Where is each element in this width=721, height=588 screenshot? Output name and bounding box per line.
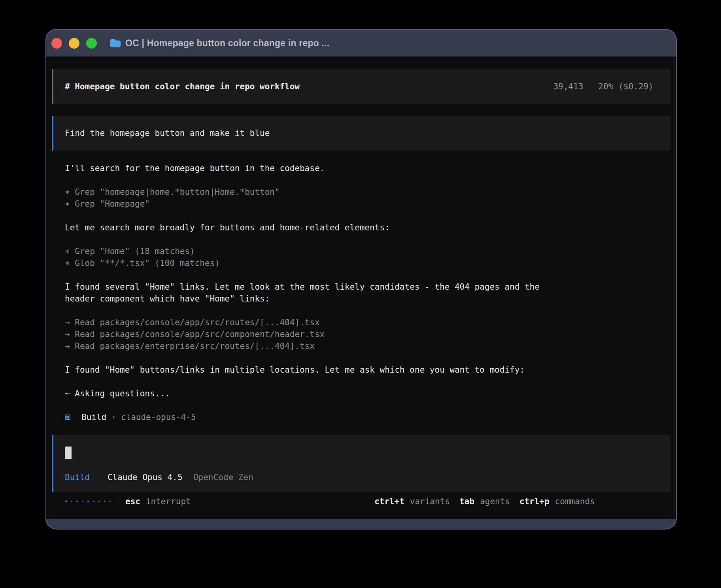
shortcut-key: tab	[459, 497, 474, 506]
shortcut-key: ctrl+p	[519, 497, 549, 506]
spinner-dot	[93, 501, 94, 502]
input-status-row: Build Claude Opus 4.5 OpenCode Zen	[65, 471, 659, 483]
session-header: # Homepage button color change in repo w…	[52, 69, 670, 104]
window-title: OC | Homepage button color change in rep…	[125, 38, 329, 49]
minimize-button[interactable]	[69, 38, 79, 49]
tool-call-line: ∗ Grep "homepage|home.*button|Home.*butt…	[65, 186, 573, 198]
esc-label: interrupt	[146, 496, 191, 507]
tool-call-group: → Read packages/console/app/src/routes/[…	[65, 317, 573, 352]
token-stats: 39,41320%($0.29)	[553, 81, 653, 92]
tool-call-line: ∗ Glob "**/*.tsx" (100 matches)	[65, 257, 573, 269]
assistant-text: I found "Home" buttons/links in multiple…	[65, 364, 573, 376]
spinner-dot	[87, 501, 89, 502]
user-message: Find the homepage button and make it blu…	[52, 116, 670, 151]
status-separator: ·	[111, 411, 116, 423]
spinner-dot	[76, 501, 78, 502]
assistant-text: I'll search for the homepage button in t…	[65, 162, 573, 174]
tool-call-line: → Read packages/enterprise/src/routes/[.…	[65, 340, 573, 352]
input-agent-badge: Build	[65, 473, 90, 482]
terminal-window: OC | Homepage button color change in rep…	[46, 30, 676, 529]
spinner-dot	[109, 501, 111, 502]
status-line: Build · claude-opus-4-5	[65, 411, 676, 423]
spinner-dot	[71, 501, 72, 502]
footer-shortcuts: ctrl+tvariantstabagentsctrl+pcommands	[374, 496, 595, 507]
agent-icon	[65, 415, 70, 420]
model-id: claude-opus-4-5	[121, 411, 196, 423]
shortcut-key: ctrl+t	[374, 497, 404, 506]
tool-call-line: ∗ Grep "Homepage"	[65, 198, 573, 210]
assistant-text: ~ Asking questions...	[65, 388, 573, 400]
shortcut-label: commands	[555, 497, 595, 506]
titlebar: OC | Homepage button color change in rep…	[46, 30, 676, 57]
spinner-dots	[65, 501, 111, 502]
folder-icon	[110, 38, 121, 48]
close-button[interactable]	[51, 38, 62, 49]
esc-key: esc	[125, 496, 140, 507]
shortcut-agents: tabagents	[459, 496, 510, 507]
spinner-dot	[98, 501, 100, 502]
spinner-dot	[104, 501, 106, 502]
agent-name: Build	[81, 411, 106, 423]
spinner-dot	[82, 501, 83, 502]
input-model-name: Claude Opus 4.5	[108, 473, 183, 482]
shortcut-label: agents	[480, 497, 510, 506]
tool-call-line: ∗ Grep "Home" (18 matches)	[65, 245, 573, 257]
footer-left: esc interrupt	[65, 496, 191, 507]
terminal-content: # Homepage button color change in repo w…	[46, 57, 676, 519]
tool-call-group: ∗ Grep "homepage|home.*button|Home.*butt…	[65, 186, 573, 210]
conversation: I'll search for the homepage button in t…	[65, 162, 573, 400]
input-provider-name: OpenCode Zen	[193, 473, 253, 482]
tool-call-line: → Read packages/console/app/src/componen…	[65, 328, 573, 340]
assistant-text: I found several "Home" links. Let me loo…	[65, 281, 573, 305]
shortcut-label: variants	[410, 497, 450, 506]
tokens-count: 39,413	[553, 82, 583, 91]
tool-call-line: → Read packages/console/app/src/routes/[…	[65, 317, 573, 328]
shortcut-commands: ctrl+pcommands	[519, 496, 595, 507]
context-percent: 20%	[598, 82, 613, 91]
tool-call-group: ∗ Grep "Home" (18 matches)∗ Glob "**/*.t…	[65, 245, 573, 269]
footer: esc interrupt ctrl+tvariantstabagentsctr…	[65, 496, 595, 507]
spinner-dot	[65, 501, 67, 502]
zoom-button[interactable]	[86, 38, 97, 49]
shortcut-variants: ctrl+tvariants	[374, 496, 450, 507]
session-title: # Homepage button color change in repo w…	[65, 81, 300, 92]
prompt-input[interactable]: Build Claude Opus 4.5 OpenCode Zen	[52, 435, 670, 492]
assistant-text: Let me search more broadly for buttons a…	[65, 222, 573, 234]
text-cursor	[65, 447, 72, 459]
session-cost: ($0.29)	[618, 82, 653, 91]
user-message-text: Find the homepage button and make it blu…	[65, 128, 270, 138]
